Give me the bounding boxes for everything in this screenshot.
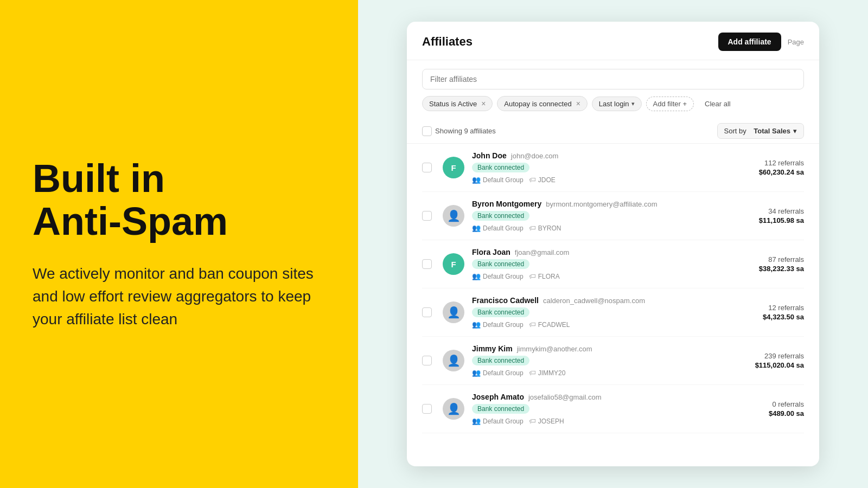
coupon-icon: 🏷 bbox=[529, 272, 536, 280]
user-icon: 👤 bbox=[447, 354, 461, 367]
coupon-icon: 🏷 bbox=[529, 417, 536, 425]
group-icon: 👥 bbox=[472, 369, 481, 377]
filter-chip-status-remove[interactable]: × bbox=[481, 99, 486, 108]
affiliate-name-row: Flora Joan fjoan@gmail.com bbox=[472, 248, 751, 256]
group-name: Default Group bbox=[483, 176, 524, 184]
affiliate-email: jimmykim@another.com bbox=[517, 345, 592, 353]
row-checkbox[interactable] bbox=[422, 211, 432, 221]
affiliate-info: Jimmy Kim jimmykim@another.com Bank conn… bbox=[472, 344, 748, 377]
clear-all-button[interactable]: Clear all bbox=[700, 97, 735, 111]
coupon-code: JDOE bbox=[538, 176, 556, 184]
coupon-code: FCADWEL bbox=[538, 321, 570, 329]
coupon-icon: 🏷 bbox=[529, 176, 536, 184]
chevron-down-icon: ▾ bbox=[631, 100, 635, 107]
table-row: 👤 Byron Montgomery byrmont.montgomery@af… bbox=[422, 192, 804, 240]
bank-status-badge: Bank connected bbox=[472, 259, 529, 269]
header-right: Add affiliate Page bbox=[718, 33, 805, 51]
bank-status-badge: Bank connected bbox=[472, 211, 529, 221]
table-row: F Flora Joan fjoan@gmail.com Bank connec… bbox=[422, 240, 804, 288]
coupon-code: BYRON bbox=[538, 224, 561, 232]
affiliate-name: John Doe bbox=[472, 151, 507, 160]
affiliate-name-row: Byron Montgomery byrmont.montgomery@affi… bbox=[472, 200, 751, 208]
row-checkbox[interactable] bbox=[422, 259, 432, 269]
group-icon: 👥 bbox=[472, 320, 481, 329]
sort-button[interactable]: Sort by Total Sales ▾ bbox=[717, 123, 805, 139]
bank-badge-wrapper: Bank connected bbox=[472, 259, 751, 271]
coupon-icon: 🏷 bbox=[529, 369, 536, 377]
affiliate-name: Joseph Amato bbox=[472, 393, 524, 401]
filter-chip-lastlogin[interactable]: Last login ▾ bbox=[592, 97, 642, 111]
user-icon: 👤 bbox=[447, 402, 461, 415]
row-checkbox-area bbox=[422, 163, 435, 172]
filter-chip-autopay-remove[interactable]: × bbox=[576, 99, 580, 108]
select-all-checkbox[interactable] bbox=[422, 126, 432, 136]
filter-chip-status[interactable]: Status is Active × bbox=[422, 96, 493, 111]
coupon-code: JOSEPH bbox=[538, 418, 564, 425]
row-checkbox[interactable] bbox=[422, 356, 432, 365]
referrals-count: 0 referrals bbox=[769, 400, 804, 408]
group-name: Default Group bbox=[483, 273, 524, 280]
row-checkbox-area bbox=[422, 356, 435, 365]
affiliate-name-row: Joseph Amato josefalio58@gmail.com bbox=[472, 393, 761, 401]
coupon-info: 🏷 JIMMY20 bbox=[529, 369, 566, 377]
search-input[interactable] bbox=[422, 69, 804, 89]
bank-badge-wrapper: Bank connected bbox=[472, 210, 751, 223]
select-all-checkbox-area bbox=[422, 126, 435, 136]
affiliate-email: john@doe.com bbox=[511, 152, 559, 160]
affiliate-info: Joseph Amato josefalio58@gmail.com Bank … bbox=[472, 393, 761, 425]
right-panel: Affiliates Add affiliate Page Status is … bbox=[358, 0, 868, 488]
filter-chip-lastlogin-label: Last login bbox=[599, 100, 629, 108]
sales-amount: $489.00 sa bbox=[769, 409, 804, 418]
affiliate-name-row: John Doe john@doe.com bbox=[472, 151, 751, 160]
affiliate-stats: 112 referrals $60,230.24 sa bbox=[759, 159, 804, 176]
group-icon: 👥 bbox=[472, 272, 481, 280]
affiliate-list: F John Doe john@doe.com Bank connected 👥… bbox=[407, 144, 819, 433]
affiliate-meta: 👥 Default Group 🏷 JOSEPH bbox=[472, 417, 761, 425]
bank-status-badge: Bank connected bbox=[472, 307, 529, 317]
app-window: Affiliates Add affiliate Page Status is … bbox=[407, 22, 819, 466]
chevron-down-icon: ▾ bbox=[793, 127, 797, 135]
referrals-count: 34 referrals bbox=[759, 207, 804, 215]
avatar: F bbox=[443, 157, 464, 178]
affiliate-stats: 87 referrals $38,232.33 sa bbox=[759, 255, 804, 273]
affiliate-meta: 👥 Default Group 🏷 JIMMY20 bbox=[472, 369, 748, 377]
add-filter-button[interactable]: Add filter + bbox=[646, 97, 694, 111]
showing-count: Showing 9 affiliates bbox=[435, 127, 717, 135]
affiliate-stats: 34 referrals $11,105.98 sa bbox=[759, 207, 804, 224]
coupon-info: 🏷 FCADWEL bbox=[529, 320, 570, 329]
coupon-code: FLORA bbox=[538, 273, 560, 280]
affiliate-meta: 👥 Default Group 🏷 FLORA bbox=[472, 272, 751, 280]
table-header: Showing 9 affiliates Sort by Total Sales… bbox=[407, 119, 819, 144]
filter-chip-status-label: Status is Active bbox=[429, 100, 477, 108]
group-info: 👥 Default Group bbox=[472, 417, 524, 425]
coupon-icon: 🏷 bbox=[529, 320, 536, 329]
row-checkbox[interactable] bbox=[422, 404, 432, 414]
avatar: 👤 bbox=[443, 398, 464, 420]
coupon-info: 🏷 FLORA bbox=[529, 272, 560, 280]
row-checkbox[interactable] bbox=[422, 307, 432, 317]
sales-amount: $11,105.98 sa bbox=[759, 216, 804, 224]
group-name: Default Group bbox=[483, 321, 524, 329]
avatar-letter: F bbox=[451, 260, 456, 269]
user-icon: 👤 bbox=[447, 306, 461, 319]
affiliate-name: Byron Montgomery bbox=[472, 200, 541, 208]
referrals-count: 239 referrals bbox=[755, 352, 804, 360]
affiliate-name: Jimmy Kim bbox=[472, 344, 513, 353]
affiliate-email: josefalio58@gmail.com bbox=[528, 393, 602, 401]
group-info: 👥 Default Group bbox=[472, 320, 524, 329]
affiliate-email: fjoan@gmail.com bbox=[515, 248, 570, 256]
add-affiliate-button[interactable]: Add affiliate bbox=[718, 33, 781, 51]
avatar-letter: F bbox=[451, 163, 456, 172]
sales-amount: $60,230.24 sa bbox=[759, 168, 804, 176]
description: We actively monitor and ban coupon sites… bbox=[33, 262, 326, 331]
coupon-info: 🏷 BYRON bbox=[529, 224, 561, 232]
affiliate-stats: 12 referrals $4,323.50 sa bbox=[763, 304, 804, 321]
row-checkbox[interactable] bbox=[422, 163, 432, 172]
affiliate-meta: 👥 Default Group 🏷 JDOE bbox=[472, 176, 751, 184]
affiliate-stats: 0 referrals $489.00 sa bbox=[769, 400, 804, 418]
group-info: 👥 Default Group bbox=[472, 369, 524, 377]
filter-chip-autopay[interactable]: Autopay is connected × bbox=[497, 96, 588, 111]
filter-chip-autopay-label: Autopay is connected bbox=[504, 100, 571, 108]
page-title: Affiliates bbox=[422, 35, 473, 49]
affiliate-info: Francisco Cadwell calderon_cadwell@nospa… bbox=[472, 296, 755, 329]
